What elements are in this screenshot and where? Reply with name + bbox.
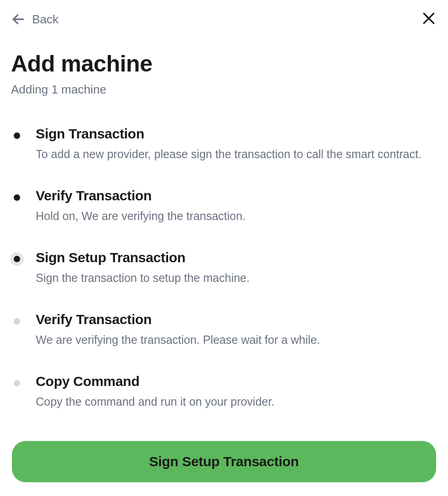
arrow-left-icon	[11, 12, 26, 27]
close-button[interactable]	[421, 11, 437, 28]
step-content: Sign Setup Transaction Sign the transact…	[36, 250, 437, 286]
step-item: Copy Command Copy the command and run it…	[11, 374, 437, 410]
step-bullet-icon	[10, 252, 24, 266]
sign-setup-transaction-button[interactable]: Sign Setup Transaction	[12, 441, 436, 482]
step-title: Verify Transaction	[36, 188, 437, 204]
title-section: Add machine Adding 1 machine	[11, 50, 437, 97]
step-description: Sign the transaction to setup the machin…	[36, 270, 437, 286]
step-content: Copy Command Copy the command and run it…	[36, 374, 437, 410]
step-content: Verify Transaction Hold on, We are verif…	[36, 188, 437, 224]
page-subtitle: Adding 1 machine	[11, 83, 437, 97]
step-bullet-icon	[14, 194, 20, 201]
back-label: Back	[32, 12, 59, 27]
step-item: Sign Transaction To add a new provider, …	[11, 126, 437, 162]
step-description: To add a new provider, please sign the t…	[36, 146, 437, 162]
modal-header: Back	[11, 11, 437, 28]
step-bullet-icon	[14, 380, 20, 386]
step-item: Verify Transaction Hold on, We are verif…	[11, 188, 437, 224]
step-description: We are verifying the transaction. Please…	[36, 332, 437, 348]
back-button[interactable]: Back	[11, 12, 59, 27]
step-bullet-icon	[14, 318, 20, 325]
step-description: Copy the command and run it on your prov…	[36, 394, 437, 410]
step-content: Sign Transaction To add a new provider, …	[36, 126, 437, 162]
close-icon	[421, 11, 436, 28]
page-title: Add machine	[11, 50, 437, 77]
step-title: Copy Command	[36, 374, 437, 389]
step-title: Sign Transaction	[36, 126, 437, 142]
step-bullet-icon	[14, 132, 20, 139]
step-item: Verify Transaction We are verifying the …	[11, 312, 437, 348]
step-description: Hold on, We are verifying the transactio…	[36, 208, 437, 224]
steps-list: Sign Transaction To add a new provider, …	[11, 126, 437, 410]
step-item: Sign Setup Transaction Sign the transact…	[11, 250, 437, 286]
step-content: Verify Transaction We are verifying the …	[36, 312, 437, 348]
step-title: Sign Setup Transaction	[36, 250, 437, 265]
step-title: Verify Transaction	[36, 312, 437, 327]
